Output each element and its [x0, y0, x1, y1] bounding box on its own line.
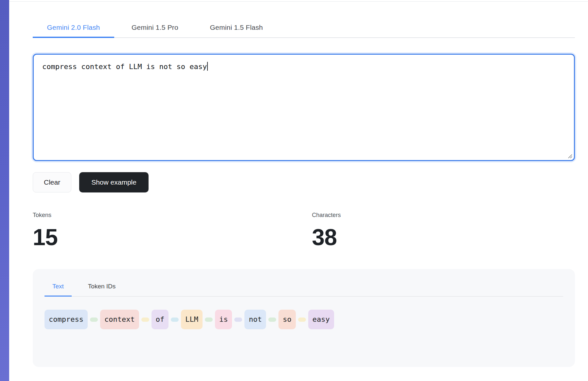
space-token-chip — [298, 318, 306, 322]
space-token-chip — [234, 318, 242, 322]
editor-section: compress context of LLM is not so easy — [33, 54, 575, 161]
left-accent-bar — [0, 0, 9, 381]
token-chip-not: not — [244, 310, 266, 329]
tab-text[interactable]: Text — [45, 277, 72, 297]
result-tabs: TextToken IDs — [45, 277, 563, 297]
stats-section: Tokens 15 Characters 38 — [33, 211, 575, 250]
clear-button[interactable]: Clear — [33, 172, 71, 192]
tab-gemini-2-0-flash[interactable]: Gemini 2.0 Flash — [33, 18, 114, 38]
prompt-textarea[interactable]: compress context of LLM is not so easy — [33, 54, 575, 161]
show-example-button[interactable]: Show example — [79, 172, 149, 192]
space-token-chip — [90, 318, 98, 322]
resize-handle-icon[interactable] — [567, 154, 572, 158]
main-content: Gemini 2.0 FlashGemini 1.5 ProGemini 1.5… — [9, 1, 588, 381]
token-chip-llm: LLM — [181, 310, 203, 329]
space-token-chip — [268, 318, 276, 322]
tokens-stat: Tokens 15 — [33, 211, 312, 250]
actions-row: Clear Show example — [33, 172, 575, 192]
token-chip-so: so — [278, 310, 296, 329]
token-chip-compress: compress — [45, 310, 88, 329]
tokens-label: Tokens — [33, 211, 312, 219]
token-list: compresscontextofLLMisnotsoeasy — [45, 310, 563, 329]
space-token-chip — [171, 318, 179, 322]
characters-value: 38 — [312, 225, 575, 250]
tab-token-ids[interactable]: Token IDs — [80, 277, 123, 297]
tab-gemini-1-5-pro[interactable]: Gemini 1.5 Pro — [114, 18, 196, 38]
space-token-chip — [141, 318, 149, 322]
token-chip-easy: easy — [308, 310, 334, 329]
tokens-value: 15 — [33, 225, 312, 250]
token-chip-of: of — [151, 310, 169, 329]
text-caret — [207, 62, 208, 71]
token-chip-context: context — [100, 310, 139, 329]
characters-stat: Characters 38 — [312, 211, 575, 250]
tab-gemini-1-5-flash[interactable]: Gemini 1.5 Flash — [196, 18, 277, 38]
space-token-chip — [205, 318, 213, 322]
characters-label: Characters — [312, 211, 575, 219]
result-panel: TextToken IDs compresscontextofLLMisnots… — [33, 269, 575, 367]
model-tabs: Gemini 2.0 FlashGemini 1.5 ProGemini 1.5… — [33, 18, 575, 38]
token-chip-is: is — [215, 310, 232, 329]
prompt-text: compress context of LLM is not so easy — [42, 63, 207, 71]
